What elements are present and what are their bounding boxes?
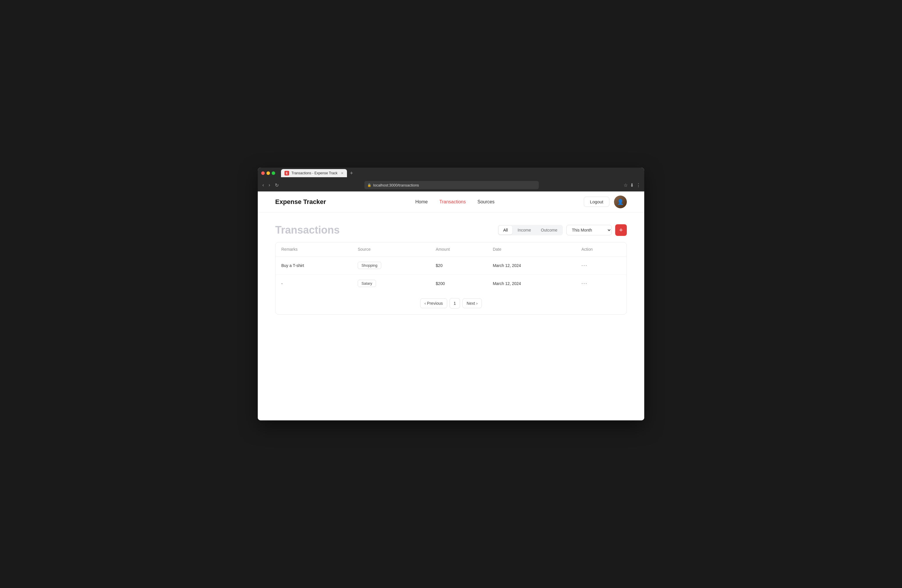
forward-button[interactable]: › [267, 181, 271, 189]
app-header: Expense Tracker Home Transactions Source… [258, 191, 644, 213]
filter-controls: All Income Outcome This Month Last Month… [498, 224, 627, 236]
page-title: Transactions [275, 224, 340, 236]
filter-income[interactable]: Income [513, 226, 536, 235]
row2-source: Salary [352, 275, 430, 292]
toolbar-right: ☆ ⬇ ⋮ [623, 183, 641, 188]
row1-action: ··· [576, 256, 626, 275]
filter-tabs: All Income Outcome [498, 225, 563, 235]
filter-outcome[interactable]: Outcome [536, 226, 562, 235]
browser-toolbar: ‹ › ↻ 🔒 localhost:3000/transactions ☆ ⬇ … [258, 179, 644, 191]
nav-transactions[interactable]: Transactions [439, 199, 466, 205]
chevron-left-icon: ‹ [424, 301, 426, 306]
next-button[interactable]: Next › [462, 299, 482, 308]
page-body: Transactions All Income Outcome This Mon… [258, 213, 644, 326]
nav-sources[interactable]: Sources [478, 199, 495, 205]
next-label: Next [467, 301, 475, 306]
add-transaction-button[interactable]: + [615, 224, 627, 236]
row1-source: Shopping [352, 256, 430, 275]
app-nav: Home Transactions Sources [415, 199, 494, 205]
transactions-header: Transactions All Income Outcome This Mon… [275, 224, 627, 236]
row1-date: March 12, 2024 [487, 256, 576, 275]
url-text: localhost:3000/transactions [373, 183, 419, 188]
source-badge: Salary [358, 280, 376, 287]
app-content: Expense Tracker Home Transactions Source… [258, 191, 644, 421]
table-body: Buy a T-shirt Shopping $20 March 12, 202… [276, 256, 626, 292]
month-select[interactable]: This Month Last Month Last 3 Months This… [566, 225, 612, 235]
table-row: - Salary $200 March 12, 2024 ··· [276, 275, 626, 292]
row2-action: ··· [576, 275, 626, 292]
tab-favicon: E [285, 171, 289, 175]
row2-date: March 12, 2024 [487, 275, 576, 292]
col-date: Date [487, 242, 576, 256]
browser-titlebar: E Transactions - Expense Track ✕ + [258, 167, 644, 179]
table-row: Buy a T-shirt Shopping $20 March 12, 202… [276, 256, 626, 275]
transactions-table: Remarks Source Amount Date Action Buy a … [276, 242, 626, 292]
filter-all[interactable]: All [499, 226, 513, 235]
source-badge: Shopping [358, 262, 381, 269]
pagination: ‹ Previous 1 Next › [276, 292, 626, 314]
row1-remarks: Buy a T-shirt [276, 256, 352, 275]
col-action: Action [576, 242, 626, 256]
col-amount: Amount [430, 242, 487, 256]
close-button[interactable] [261, 171, 265, 175]
address-bar[interactable]: 🔒 localhost:3000/transactions [365, 181, 539, 189]
col-source: Source [352, 242, 430, 256]
logout-button[interactable]: Logout [584, 197, 609, 207]
menu-icon[interactable]: ⋮ [636, 183, 641, 188]
row2-remarks: - [276, 275, 352, 292]
col-remarks: Remarks [276, 242, 352, 256]
previous-button[interactable]: ‹ Previous [420, 299, 447, 308]
row2-action-menu[interactable]: ··· [581, 280, 587, 286]
tab-title: Transactions - Expense Track [291, 171, 337, 175]
previous-label: Previous [427, 301, 443, 306]
tab-close-icon[interactable]: ✕ [341, 171, 343, 175]
nav-right: Logout 👤 [584, 195, 627, 208]
chevron-right-icon: › [476, 301, 478, 306]
page-number-1[interactable]: 1 [449, 298, 460, 308]
lock-icon: 🔒 [367, 183, 371, 187]
avatar: 👤 [614, 195, 627, 208]
browser-tabs: E Transactions - Expense Track ✕ + [281, 169, 641, 177]
row2-amount: $200 [430, 275, 487, 292]
extensions-icon[interactable]: ⬇ [630, 183, 634, 188]
row1-amount: $20 [430, 256, 487, 275]
nav-home[interactable]: Home [415, 199, 428, 205]
table-header: Remarks Source Amount Date Action [276, 242, 626, 256]
app-logo: Expense Tracker [275, 198, 326, 206]
maximize-button[interactable] [272, 171, 275, 175]
refresh-button[interactable]: ↻ [274, 181, 280, 189]
active-tab[interactable]: E Transactions - Expense Track ✕ [281, 169, 347, 177]
new-tab-button[interactable]: + [348, 170, 355, 176]
row1-action-menu[interactable]: ··· [581, 262, 587, 269]
minimize-button[interactable] [266, 171, 270, 175]
traffic-lights [261, 171, 275, 175]
back-button[interactable]: ‹ [261, 181, 265, 189]
browser-window: E Transactions - Expense Track ✕ + ‹ › ↻… [258, 167, 644, 421]
bookmark-icon[interactable]: ☆ [623, 183, 628, 188]
transactions-table-container: Remarks Source Amount Date Action Buy a … [275, 242, 627, 314]
